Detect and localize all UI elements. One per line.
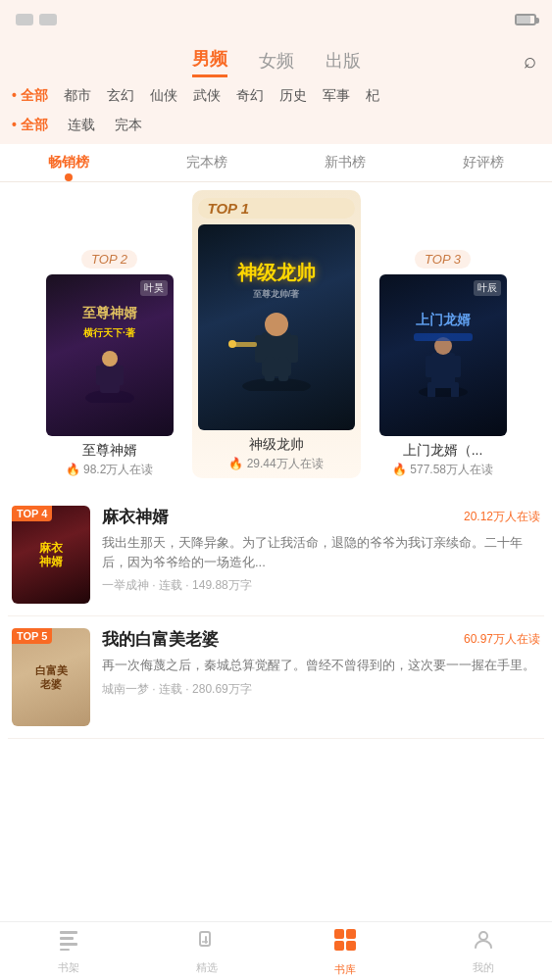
list-item[interactable]: 白富美老婆 TOP 5 我的白富美老婆 60.97万人在读 再一次侮蔑之后，秦城… [8,616,544,739]
signal-icon [16,14,33,25]
list-meta-4: 一举成神 · 连载 · 149.88万字 [102,577,540,594]
nav-discover[interactable]: 精选 [138,922,276,980]
genre-more[interactable]: 杞 [366,87,379,105]
svg-rect-19 [427,382,435,397]
genre-city[interactable]: 都市 [64,87,91,105]
status-bar [0,0,552,39]
author-tag-2: 叶昊 [140,280,168,296]
list-item[interactable]: 麻衣神婿 TOP 4 麻衣神婿 20.12万人在读 我出生那天，天降异象。为了让… [8,494,544,616]
tab-new[interactable]: 新书榜 [276,144,415,181]
list-readers-4: 20.12万人在读 [464,509,540,525]
ranking-tabs: 畅销榜 完本榜 新书榜 好评榜 [0,144,552,182]
status-right [515,14,536,25]
list-desc-5: 再一次侮蔑之后，秦城总算觉醒了。曾经不曾得到的，这次要一一握在手里。 [102,656,540,675]
list-meta-5: 城南一梦 · 连载 · 280.69万字 [102,681,540,698]
shelf-icon [57,928,80,957]
svg-rect-25 [60,949,70,951]
nav-label-shelf: 书架 [58,960,79,975]
svg-rect-24 [60,943,77,946]
genre-martial[interactable]: 武侠 [193,87,221,105]
status-filter: 全部 连载 完本 [0,111,552,144]
top-nav: 男频 女频 出版 ⌕ [0,39,552,81]
genre-military[interactable]: 军事 [323,87,350,105]
genre-filter: 全部 都市 玄幻 仙侠 武侠 奇幻 历史 军事 杞 [0,81,552,111]
tab-hot[interactable]: 畅销榜 [0,144,138,181]
list-info-5: 我的白富美老婆 60.97万人在读 再一次侮蔑之后，秦城总算觉醒了。曾经不曾得到… [102,628,540,698]
nav-library[interactable]: 书库 [276,922,415,980]
svg-rect-20 [451,382,459,397]
svg-point-13 [228,340,236,348]
genre-history[interactable]: 历史 [279,87,307,105]
rank-badge-1: TOP 1 [198,198,355,219]
nav-label-profile: 我的 [473,960,494,975]
cover-figure-3 [404,333,482,397]
book-cover-1[interactable]: 神级龙帅 至尊龙帅/著 [198,224,355,430]
book-readers-1: 🔥 29.44万人在读 [198,456,355,472]
svg-rect-15 [431,353,455,388]
svg-rect-29 [334,929,344,939]
rank-badge-4: TOP 4 [12,506,52,521]
book-cover-2[interactable]: 至尊神婿 横行天下·著 叶昊 [46,274,174,436]
svg-rect-22 [60,931,77,934]
genre-xianxia[interactable]: 仙侠 [150,87,177,105]
genre-all[interactable]: 全部 [12,87,48,105]
genre-fantasy[interactable]: 玄幻 [107,87,134,105]
svg-rect-9 [288,335,298,363]
list-title-5: 我的白富美老婆 [102,628,219,651]
svg-rect-18 [453,356,461,377]
list-info-4: 麻衣神婿 20.12万人在读 我出生那天，天降异象。为了让我活命，退隐的爷爷为我… [102,506,540,594]
svg-rect-28 [205,936,207,944]
cover-art-1: 神级龙帅 至尊龙帅/著 [198,224,355,430]
svg-point-5 [242,378,311,391]
profile-icon [472,928,495,957]
tab-rating[interactable]: 好评榜 [414,144,552,181]
svg-rect-31 [334,941,344,951]
podium-top3[interactable]: TOP 3 上门龙婿 [367,250,519,478]
nav-profile[interactable]: 我的 [414,922,552,980]
nav-shelf[interactable]: 书架 [0,922,138,980]
rank-badge-3: TOP 3 [415,250,471,269]
list-title-row-4: 麻衣神婿 20.12万人在读 [102,506,540,528]
svg-point-33 [479,932,487,940]
list-cover-wrap-5: 白富美老婆 TOP 5 [12,628,90,726]
list-cover-wrap-4: 麻衣神婿 TOP 4 [12,506,90,604]
library-icon [331,926,359,959]
svg-rect-10 [265,357,275,381]
nav-label-library: 书库 [334,962,356,977]
podium-top2[interactable]: TOP 2 至尊神婿 横行天下·著 叶昊 [33,250,185,478]
genre-scifi[interactable]: 奇幻 [236,87,264,105]
svg-rect-3 [96,366,104,385]
tab-publish[interactable]: 出版 [326,49,361,76]
svg-rect-4 [116,366,124,385]
book-readers-3: 🔥 577.58万人在读 [392,462,493,478]
svg-rect-32 [346,941,356,951]
status-all[interactable]: 全部 [12,117,48,134]
svg-rect-23 [60,937,74,940]
svg-rect-8 [255,335,265,363]
status-left [16,14,57,25]
podium-top1[interactable]: TOP 1 神级龙帅 至尊龙帅/著 [185,190,367,478]
battery-icon [515,14,536,25]
search-button[interactable]: ⌕ [524,48,536,74]
svg-rect-11 [278,357,288,381]
cover-art-2: 至尊神婿 横行天下·著 [46,274,174,436]
tab-male[interactable]: 男频 [192,47,227,77]
status-complete[interactable]: 完本 [115,117,142,134]
cover-figure-2 [71,344,149,403]
book-list: 麻衣神婿 TOP 4 麻衣神婿 20.12万人在读 我出生那天，天降异象。为了让… [0,494,552,739]
author-tag-3: 叶辰 [474,280,501,296]
tab-female[interactable]: 女频 [259,49,294,76]
wifi-icon [39,14,57,25]
tab-complete[interactable]: 完本榜 [138,144,276,181]
svg-rect-30 [346,929,356,939]
status-ongoing[interactable]: 连载 [68,117,95,134]
list-title-row-5: 我的白富美老婆 60.97万人在读 [102,628,540,651]
book-title-3: 上门龙婿（... [403,442,483,460]
nav-label-discover: 精选 [196,960,218,975]
svg-point-7 [265,313,288,336]
list-readers-5: 60.97万人在读 [464,631,540,648]
rank-badge-2: TOP 2 [81,250,137,269]
book-cover-3[interactable]: 上门龙婿 叶辰 [379,274,507,436]
rank-badge-5: TOP 5 [12,628,52,644]
book-readers-2: 🔥 98.2万人在读 [66,462,154,478]
